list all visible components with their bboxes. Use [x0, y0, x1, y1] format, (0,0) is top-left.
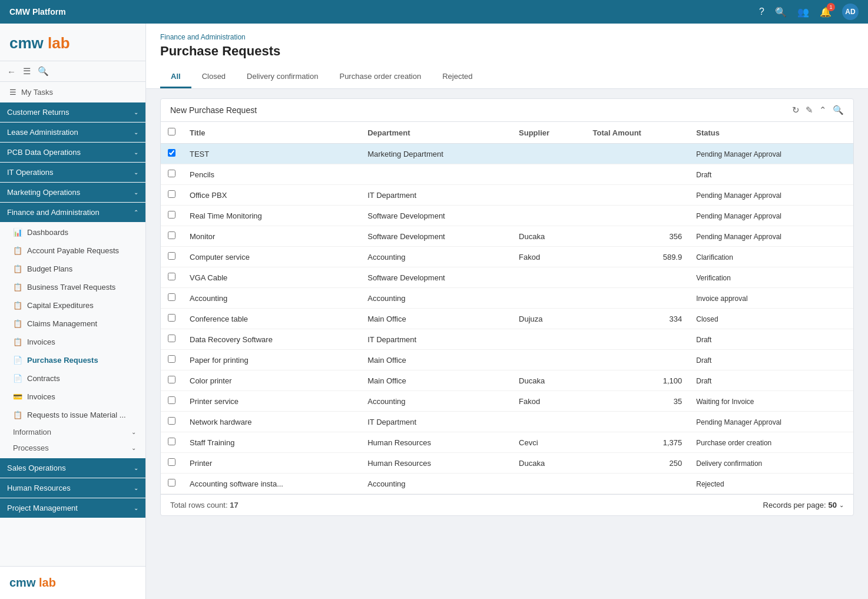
- refresh-icon[interactable]: ↻: [792, 105, 800, 115]
- row-checkbox-cell[interactable]: [161, 329, 183, 350]
- nav-group-finance[interactable]: Finance and Administration ⌃: [0, 203, 145, 222]
- select-all-header[interactable]: [161, 122, 183, 144]
- nav-item-budget-plans[interactable]: 📋 Budget Plans: [0, 260, 145, 278]
- nav-item-contracts[interactable]: 📄 Contracts: [0, 369, 145, 388]
- row-checkbox-cell[interactable]: [161, 144, 183, 164]
- table-row[interactable]: Staff Training Human Resources Cevci 1,3…: [161, 432, 853, 453]
- row-checkbox[interactable]: [168, 273, 175, 280]
- tab-rejected[interactable]: Rejected: [432, 66, 483, 88]
- my-tasks-item[interactable]: ☰ My Tasks: [0, 82, 145, 102]
- table-row[interactable]: Accounting software insta... Accounting …: [161, 474, 853, 494]
- table-row[interactable]: Printer service Accounting Fakod 35 Wait…: [161, 391, 853, 412]
- notifications-icon[interactable]: 🔔 1: [820, 6, 831, 18]
- row-checkbox[interactable]: [168, 231, 175, 239]
- nav-group-it-ops[interactable]: IT Operations ⌄: [0, 163, 145, 182]
- nav-group-project-mgmt[interactable]: Project Management ⌄: [0, 498, 145, 518]
- row-checkbox-cell[interactable]: [161, 412, 183, 432]
- row-checkbox[interactable]: [168, 376, 175, 383]
- row-checkbox-cell[interactable]: [161, 432, 183, 453]
- nav-processes[interactable]: Processes ⌄: [0, 440, 145, 456]
- row-checkbox[interactable]: [168, 458, 175, 466]
- nav-group-lease-admin[interactable]: Lease Administration ⌄: [0, 123, 145, 142]
- tab-purchase-order-creation[interactable]: Purchase order creation: [329, 66, 432, 88]
- table-row[interactable]: Color printer Main Office Ducaka 1,100 D…: [161, 370, 853, 391]
- nav-group-customer-returns[interactable]: Customer Returns ⌄: [0, 102, 145, 122]
- row-checkbox-cell[interactable]: [161, 226, 183, 247]
- tab-all[interactable]: All: [160, 66, 191, 88]
- nav-item-account-payable[interactable]: 📋 Account Payable Requests: [0, 241, 145, 260]
- nav-item-dashboards[interactable]: 📊 Dashboards: [0, 223, 145, 241]
- sidebar-search-icon[interactable]: 🔍: [38, 66, 49, 77]
- row-checkbox-cell[interactable]: [161, 350, 183, 370]
- row-checkbox-cell[interactable]: [161, 288, 183, 309]
- row-checkbox-cell[interactable]: [161, 309, 183, 329]
- row-checkbox[interactable]: [168, 211, 175, 219]
- new-request-button[interactable]: New Purchase Request: [170, 105, 257, 115]
- table-row[interactable]: Paper for printing Main Office Draft: [161, 350, 853, 370]
- search-icon[interactable]: 🔍: [775, 6, 787, 18]
- nav-information[interactable]: Information ⌄: [0, 424, 145, 440]
- table-row[interactable]: Accounting Accounting Invoice approval: [161, 288, 853, 309]
- list-icon[interactable]: ☰: [23, 66, 31, 77]
- row-checkbox-cell[interactable]: [161, 370, 183, 391]
- nav-group-pcb[interactable]: PCB Data Operations ⌄: [0, 143, 145, 162]
- row-checkbox-cell[interactable]: [161, 247, 183, 267]
- nav-group-hr[interactable]: Human Resources ⌄: [0, 478, 145, 498]
- nav-item-capital-exp[interactable]: 📋 Capital Expeditures: [0, 296, 145, 315]
- row-checkbox[interactable]: [168, 355, 175, 363]
- table-search-icon[interactable]: 🔍: [833, 105, 844, 115]
- row-checkbox[interactable]: [168, 335, 175, 342]
- row-checkbox[interactable]: [168, 417, 175, 425]
- tab-delivery-confirmation[interactable]: Delivery confirmation: [236, 66, 329, 88]
- view-toggle-icon[interactable]: ⌃: [819, 105, 827, 115]
- row-checkbox-cell[interactable]: [161, 206, 183, 226]
- nav-group-marketing[interactable]: Marketing Operations ⌄: [0, 183, 145, 202]
- table-row[interactable]: Office PBX IT Department Pending Manager…: [161, 185, 853, 206]
- nav-group-sales[interactable]: Sales Operations ⌄: [0, 458, 145, 478]
- table-row[interactable]: TEST Marketing Department Pending Manage…: [161, 144, 853, 164]
- users-icon[interactable]: 👥: [797, 6, 809, 18]
- row-checkbox-cell[interactable]: [161, 391, 183, 412]
- help-icon[interactable]: ?: [759, 6, 764, 17]
- edit-icon[interactable]: ✎: [806, 105, 813, 115]
- table-row[interactable]: Pencils Draft: [161, 164, 853, 185]
- collapse-icon[interactable]: ←: [7, 67, 16, 77]
- row-checkbox-cell[interactable]: [161, 185, 183, 206]
- cell-department: IT Department: [360, 329, 512, 350]
- select-all-checkbox[interactable]: [168, 128, 175, 135]
- tab-closed[interactable]: Closed: [191, 66, 236, 88]
- row-checkbox-cell[interactable]: [161, 453, 183, 474]
- row-checkbox[interactable]: [168, 190, 175, 198]
- app-body: cmw lab ← ☰ 🔍 ☰ My Tasks Customer Return…: [0, 24, 868, 599]
- row-checkbox[interactable]: [168, 293, 175, 301]
- table-row[interactable]: Printer Human Resources Ducaka 250 Deliv…: [161, 453, 853, 474]
- table-row[interactable]: Conference table Main Office Dujuza 334 …: [161, 309, 853, 329]
- records-per-page[interactable]: Records per page: 50 ⌄: [763, 501, 844, 509]
- user-avatar[interactable]: AD: [842, 4, 859, 20]
- row-checkbox-cell[interactable]: [161, 474, 183, 494]
- table-header-row: Title Department Supplier Total Amount S…: [161, 122, 853, 144]
- total-rows-count: 17: [230, 501, 238, 509]
- table-row[interactable]: Real Time Monitoring Software Developmen…: [161, 206, 853, 226]
- row-checkbox-cell[interactable]: [161, 164, 183, 185]
- nav-item-claims-mgmt[interactable]: 📋 Claims Management: [0, 315, 145, 333]
- row-checkbox[interactable]: [168, 438, 175, 445]
- row-checkbox[interactable]: [168, 479, 175, 487]
- table-row[interactable]: Network hardware IT Department Pending M…: [161, 412, 853, 432]
- table-row[interactable]: Monitor Software Development Ducaka 356 …: [161, 226, 853, 247]
- row-checkbox[interactable]: [168, 170, 175, 177]
- row-checkbox[interactable]: [168, 252, 175, 260]
- table-row[interactable]: Data Recovery Software IT Department Dra…: [161, 329, 853, 350]
- nav-item-requests-material[interactable]: 📋 Requests to issue Material ...: [0, 406, 145, 424]
- table-row[interactable]: Computer service Accounting Fakod 589.9 …: [161, 247, 853, 267]
- nav-item-business-travel[interactable]: 📋 Business Travel Requests: [0, 278, 145, 296]
- cell-status: Pending Manager Approval: [689, 144, 853, 164]
- nav-item-invoices-2[interactable]: 💳 Invoices: [0, 388, 145, 406]
- row-checkbox[interactable]: [168, 149, 175, 157]
- row-checkbox[interactable]: [168, 396, 175, 404]
- row-checkbox[interactable]: [168, 314, 175, 322]
- row-checkbox-cell[interactable]: [161, 267, 183, 288]
- table-row[interactable]: VGA Cable Software Development Verificat…: [161, 267, 853, 288]
- nav-item-purchase-requests[interactable]: 📄 Purchase Requests: [0, 351, 145, 369]
- nav-item-invoices-1[interactable]: 📋 Invoices: [0, 333, 145, 351]
